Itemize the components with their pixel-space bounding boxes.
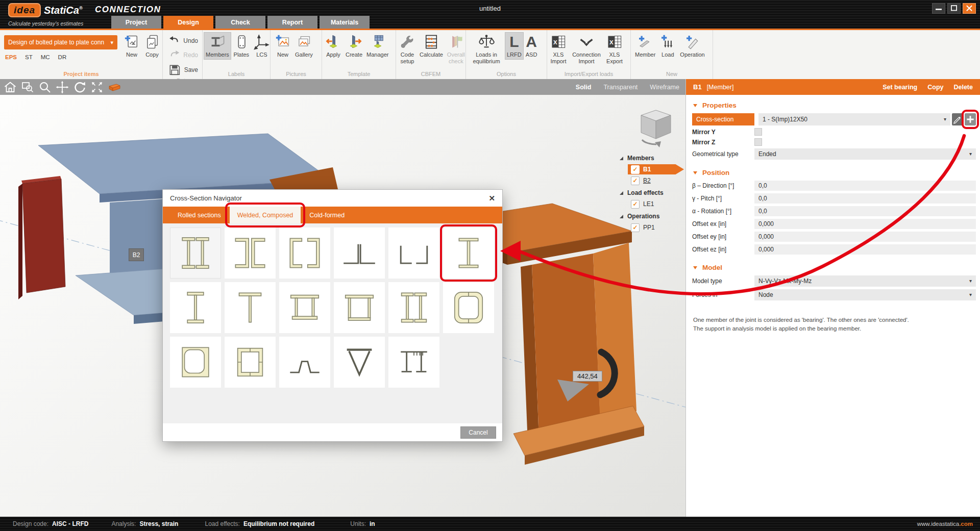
offset-ey-field[interactable]: 0,000: [754, 232, 976, 242]
section-tile-tee[interactable]: [225, 282, 276, 333]
gamma-pitch-field[interactable]: 0,0: [754, 193, 976, 204]
rotate-view-button[interactable]: [72, 81, 87, 94]
close-button[interactable]: [963, 3, 976, 14]
picture-new-button[interactable]: New: [273, 32, 293, 60]
offset-ex-field[interactable]: 0,000: [754, 219, 976, 229]
delete-member-button[interactable]: Delete: [953, 84, 973, 91]
new-load-button[interactable]: Load: [657, 32, 678, 60]
tab-rolled-sections[interactable]: Rolled sections: [170, 207, 229, 223]
offset-ez-field[interactable]: 0,000: [754, 244, 976, 255]
end-plate-red[interactable]: [18, 176, 65, 299]
le1-checkbox[interactable]: ✓: [631, 200, 640, 209]
section-tile-thin-i[interactable]: [443, 227, 494, 279]
lrfd-button[interactable]: L LRFD: [505, 32, 524, 60]
redo-button[interactable]: Redo: [168, 48, 198, 61]
code-eps[interactable]: EPS: [5, 54, 17, 60]
mode-solid[interactable]: Solid: [576, 84, 592, 91]
undo-button[interactable]: Undo: [168, 34, 198, 47]
section-tile-box-rounded[interactable]: [443, 282, 494, 333]
add-cross-section-button[interactable]: [965, 113, 976, 125]
loads-in-equilibrium-button[interactable]: Loads in equilibrium: [468, 32, 505, 66]
new-project-button[interactable]: New: [121, 32, 142, 60]
mode-transparent[interactable]: Transparent: [603, 84, 638, 91]
alpha-rotation-field[interactable]: 0,0: [754, 206, 976, 216]
project-item-dropdown[interactable]: Design of bolted plate to plate conn ▾: [4, 35, 117, 49]
tab-report[interactable]: Report: [267, 16, 317, 29]
cross-section-dropdown[interactable]: 1 - S(Imp)12X50 ▾: [758, 113, 950, 125]
pan-button[interactable]: [55, 81, 69, 94]
tab-check[interactable]: Check: [215, 16, 265, 29]
section-tile-channels-toes-in[interactable]: [279, 227, 330, 279]
save-button[interactable]: Save: [168, 63, 198, 77]
dialog-close-button[interactable]: ✕: [488, 194, 495, 203]
section-tile-box-plates[interactable]: [225, 337, 276, 388]
mirror-y-checkbox[interactable]: [754, 128, 762, 136]
tree-item-b2[interactable]: ✓ B2: [619, 175, 684, 186]
section-tile-box-top-bottom-flange[interactable]: [279, 282, 330, 333]
orientation-cube[interactable]: [638, 107, 674, 149]
model-section-header[interactable]: Model: [686, 257, 980, 275]
minimize-button[interactable]: [932, 3, 945, 14]
section-tile-angles-inverted-tee[interactable]: [334, 227, 385, 279]
section-tile-hat[interactable]: [279, 337, 330, 388]
forces-in-dropdown[interactable]: Node ▾: [754, 289, 976, 300]
template-create-button[interactable]: Create: [344, 32, 364, 60]
tab-materials[interactable]: Materials: [320, 16, 370, 29]
tree-item-le1[interactable]: ✓ LE1: [619, 199, 684, 209]
cancel-button[interactable]: Cancel: [460, 426, 496, 439]
tab-project[interactable]: Project: [111, 16, 161, 29]
new-operation-button[interactable]: Operation: [678, 32, 706, 60]
xls-export-button[interactable]: X XLS Export: [604, 32, 625, 66]
geometrical-type-dropdown[interactable]: Ended ▾: [754, 148, 976, 160]
calculate-button[interactable]: Calculate: [418, 32, 445, 60]
tab-cold-formed[interactable]: Cold-formed: [302, 207, 352, 223]
position-section-header[interactable]: Position: [686, 162, 980, 181]
mode-wireframe[interactable]: Wireframe: [650, 84, 679, 91]
overall-check-button[interactable]: Overall check: [445, 32, 467, 66]
expander-icon[interactable]: [620, 157, 623, 160]
edit-cross-section-button[interactable]: [952, 113, 963, 125]
tab-design[interactable]: Design: [163, 16, 213, 29]
template-manager-button[interactable]: Manager: [364, 32, 390, 60]
tree-item-pp1[interactable]: ✓ PP1: [619, 222, 684, 233]
asd-button[interactable]: A ASD: [524, 32, 540, 60]
new-member-button[interactable]: Member: [633, 32, 657, 60]
zoom-fit-button[interactable]: [90, 81, 104, 94]
connection-import-button[interactable]: Connection Import: [569, 32, 604, 66]
website-link[interactable]: www.ideastatica.com: [917, 521, 973, 527]
code-dr[interactable]: DR: [58, 54, 67, 60]
template-apply-button[interactable]: Apply: [323, 32, 344, 60]
model-type-dropdown[interactable]: N-Vy-Vz-Mx-My-Mz ▾: [754, 275, 976, 287]
section-tile-double-i[interactable]: [170, 227, 221, 279]
members-toggle-button[interactable]: Members: [204, 32, 231, 60]
tab-welded-composed[interactable]: Welded, Composed: [230, 207, 301, 223]
code-setup-button[interactable]: Code setup: [397, 32, 418, 66]
copy-member-button[interactable]: Copy: [927, 84, 943, 91]
expander-icon[interactable]: [620, 191, 623, 195]
b1-checkbox[interactable]: ✓: [631, 165, 640, 174]
mirror-z-checkbox[interactable]: [754, 138, 762, 146]
beta-direction-field[interactable]: 0,0: [754, 181, 976, 191]
zoom-window-button[interactable]: [20, 81, 35, 94]
b2-checkbox[interactable]: ✓: [631, 176, 640, 185]
tree-item-b1[interactable]: ✓ B1: [628, 164, 684, 174]
home-view-button[interactable]: [3, 81, 17, 94]
section-tile-angles-u[interactable]: [388, 227, 439, 279]
code-mc[interactable]: MC: [41, 54, 50, 60]
pp1-checkbox[interactable]: ✓: [631, 223, 640, 232]
code-st[interactable]: ST: [25, 54, 33, 60]
section-tile-box-top-flange[interactable]: [334, 282, 385, 333]
dialog-title-bar[interactable]: Cross-Section Navigator ✕: [163, 190, 502, 207]
copy-project-button[interactable]: Copy: [142, 32, 162, 60]
section-tile-double-i-welded[interactable]: [388, 282, 439, 333]
zoom-button[interactable]: [38, 81, 52, 94]
section-tile-i-narrow[interactable]: [170, 282, 221, 333]
section-tile-channels-toes-out[interactable]: [225, 227, 276, 279]
restore-button[interactable]: [947, 3, 961, 14]
set-bearing-button[interactable]: Set bearing: [883, 84, 917, 91]
section-tile-box-corner[interactable]: [170, 337, 221, 388]
section-tile-vee[interactable]: [334, 337, 385, 388]
section-tile-double-tee-rail[interactable]: [388, 337, 439, 388]
lcs-toggle-button[interactable]: LCS: [252, 32, 272, 60]
plates-toggle-button[interactable]: Plates: [231, 32, 252, 60]
